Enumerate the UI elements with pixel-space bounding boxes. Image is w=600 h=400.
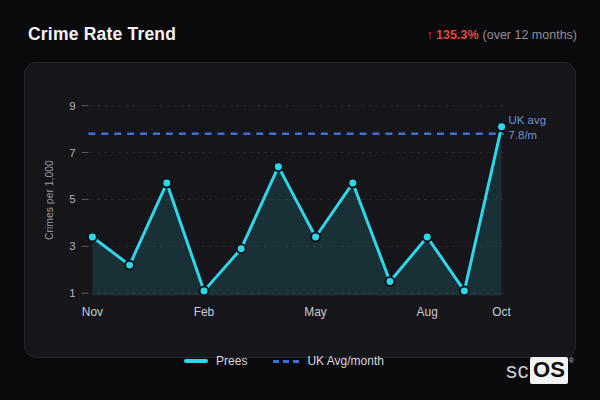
data-point-jul[interactable] <box>386 277 395 286</box>
ytick-label-3: 3 <box>69 240 75 252</box>
legend-label-uk-avg: UK Avg/month <box>307 354 384 368</box>
trend-value: 135.3% <box>436 28 478 42</box>
data-point-dec[interactable] <box>125 261 134 270</box>
uk-avg-annotation-line-1: UK avg <box>509 114 546 126</box>
scos-logo-prefix: sc <box>506 357 529 382</box>
xtick-label-oct: Oct <box>492 305 511 319</box>
prees-line-swatch-icon <box>184 359 208 363</box>
ytick-label-1: 1 <box>69 287 75 299</box>
trend-caption: (over 12 months) <box>483 28 577 42</box>
data-point-nov[interactable] <box>88 233 97 242</box>
legend-item-prees[interactable]: Prees <box>184 354 247 368</box>
scos-logo: sc OS ® <box>506 357 574 384</box>
data-point-jun[interactable] <box>348 179 357 188</box>
xtick-label-nov: Nov <box>82 305 103 319</box>
xtick-label-feb: Feb <box>194 305 215 319</box>
ytick-label-7: 7 <box>69 147 75 159</box>
xtick-label-may: May <box>304 305 327 319</box>
legend-item-uk-avg[interactable]: UK Avg/month <box>273 354 384 368</box>
chart-card: 97531Crimes per 1,000NovFebMayAugOctUK a… <box>24 62 576 358</box>
data-point-aug[interactable] <box>423 233 432 242</box>
data-point-oct[interactable] <box>497 122 506 131</box>
data-point-apr[interactable] <box>274 162 283 171</box>
uk-avg-dashed-swatch-icon <box>273 360 299 363</box>
data-point-sep[interactable] <box>460 286 469 295</box>
data-point-may[interactable] <box>311 233 320 242</box>
uk-avg-annotation-line-2: 7.8/m <box>509 129 538 141</box>
ytick-label-5: 5 <box>69 193 75 205</box>
trend-up-arrow-icon: ↑ <box>426 28 432 42</box>
header: Crime Rate Trend ↑ 135.3%(over 12 months… <box>28 24 577 45</box>
data-point-feb[interactable] <box>200 286 209 295</box>
crime-trend-chart: 97531Crimes per 1,000NovFebMayAugOctUK a… <box>25 63 575 357</box>
chart-legend: Prees UK Avg/month <box>0 354 584 368</box>
page-title: Crime Rate Trend <box>28 24 176 45</box>
trend-badge: ↑ 135.3%(over 12 months) <box>426 28 577 42</box>
data-point-jan[interactable] <box>162 179 171 188</box>
scos-logo-os: OS <box>530 357 568 384</box>
data-point-mar[interactable] <box>237 244 246 253</box>
y-axis-label: Crimes per 1,000 <box>44 160 55 240</box>
registered-mark: ® <box>569 357 574 364</box>
legend-label-prees: Prees <box>216 354 247 368</box>
ytick-label-9: 9 <box>69 100 75 112</box>
xtick-label-aug: Aug <box>417 305 438 319</box>
